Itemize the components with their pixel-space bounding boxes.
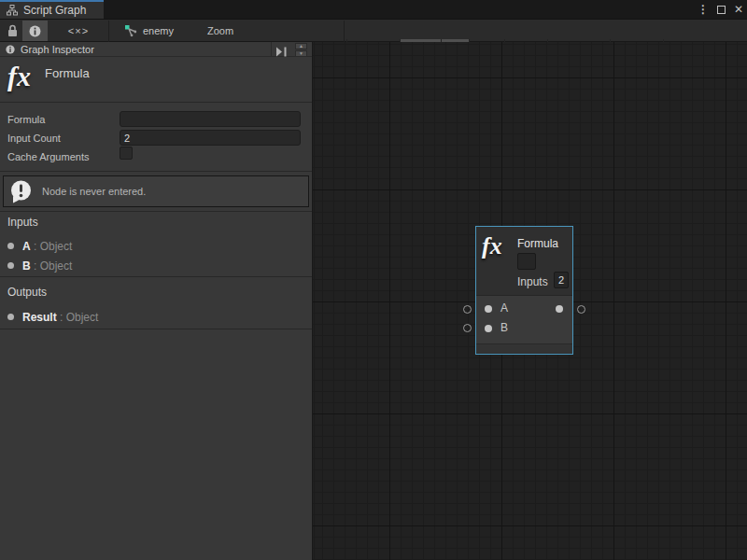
scroll-up-button[interactable]: ▲ bbox=[295, 43, 307, 49]
script-graph-icon bbox=[7, 5, 18, 16]
port-type: : Object bbox=[31, 259, 73, 273]
toolbar-separator bbox=[344, 21, 345, 42]
warning-icon bbox=[10, 180, 32, 203]
graph-name-label: enemy bbox=[143, 25, 174, 36]
graph-reference[interactable]: enemy bbox=[125, 20, 174, 42]
tab-bar: Script Graph ⋮ ✕ bbox=[0, 0, 747, 19]
port-name: Result bbox=[22, 311, 57, 324]
dock-panel-button[interactable] bbox=[275, 44, 289, 55]
inspector-toggle-button[interactable] bbox=[22, 21, 48, 41]
section-divider bbox=[0, 329, 312, 329]
header-separator bbox=[271, 42, 272, 57]
formula-node[interactable]: fx Formula Inputs 2 A B bbox=[475, 226, 573, 355]
port-name: A bbox=[22, 240, 31, 253]
input-count-field-label: Input Count bbox=[7, 133, 61, 144]
lock-button[interactable] bbox=[2, 21, 22, 41]
port-bullet-icon bbox=[7, 314, 14, 320]
port-name: B bbox=[22, 259, 31, 273]
code-preview-button[interactable]: <×> bbox=[60, 21, 97, 41]
fx-icon: fx bbox=[482, 232, 502, 260]
cache-arguments-label: Cache Arguments bbox=[7, 151, 89, 162]
tab-script-graph[interactable]: Script Graph bbox=[0, 0, 104, 19]
lock-icon bbox=[7, 24, 18, 37]
window-maximize-icon[interactable] bbox=[717, 6, 726, 14]
tab-label: Script Graph bbox=[23, 4, 86, 17]
outputs-section-header: Outputs bbox=[7, 286, 47, 299]
warning-box: Node is never entered. bbox=[3, 175, 309, 207]
graph-inspector-header: Graph Inspector bbox=[0, 42, 312, 57]
external-socket-a[interactable] bbox=[463, 305, 472, 314]
fx-icon: fx bbox=[7, 61, 31, 92]
cache-arguments-checkbox[interactable] bbox=[120, 147, 133, 160]
unit-options: Formula Input Count Cache Arguments bbox=[0, 104, 312, 172]
graph-asset-icon bbox=[125, 25, 137, 37]
panel-scroll-buttons: ▲ ▼ bbox=[295, 43, 307, 57]
input-port-a-label: A bbox=[500, 301, 508, 315]
output-port-row: Result : Object bbox=[7, 308, 98, 325]
scroll-down-button[interactable]: ▼ bbox=[295, 50, 307, 57]
section-divider bbox=[0, 276, 312, 277]
node-inputs-count-input[interactable]: 2 bbox=[554, 272, 569, 288]
formula-node-header[interactable]: fx Formula Inputs 2 bbox=[476, 227, 572, 295]
graph-inspector-panel: Graph Inspector ▲ ▼ fx Formula Formula I… bbox=[0, 42, 313, 560]
input-count-input[interactable] bbox=[120, 130, 301, 146]
formula-field-label: Formula bbox=[7, 114, 45, 125]
input-port-b-dot[interactable] bbox=[485, 325, 492, 332]
toolbar-separator bbox=[108, 21, 109, 42]
info-icon bbox=[6, 45, 15, 54]
node-ports-section: A B bbox=[476, 295, 572, 343]
port-bullet-icon bbox=[7, 243, 14, 249]
port-type: : Object bbox=[31, 240, 73, 253]
window-menu-icon[interactable]: ⋮ bbox=[698, 4, 709, 15]
zoom-label: Zoom bbox=[207, 20, 233, 42]
node-inputs-label: Inputs bbox=[517, 275, 548, 288]
warning-text: Node is never entered. bbox=[42, 186, 146, 197]
dock-icon bbox=[275, 47, 288, 57]
node-title: Formula bbox=[517, 237, 558, 250]
formula-input[interactable] bbox=[120, 111, 301, 127]
external-socket-result[interactable] bbox=[577, 305, 585, 314]
window-controls: ⋮ ✕ bbox=[698, 0, 743, 19]
unit-title: Formula bbox=[45, 66, 90, 80]
external-socket-b[interactable] bbox=[463, 324, 472, 332]
visual-scripting-window: Script Graph ⋮ ✕ <×> bbox=[0, 0, 747, 560]
section-divider bbox=[0, 211, 312, 212]
inputs-section-header: Inputs bbox=[7, 216, 38, 229]
graph-inspector-title: Graph Inspector bbox=[21, 44, 94, 55]
input-port-a-dot[interactable] bbox=[485, 305, 492, 313]
info-icon bbox=[29, 25, 41, 37]
window-close-icon[interactable]: ✕ bbox=[734, 4, 743, 15]
node-footer bbox=[476, 343, 572, 353]
input-port-b-label: B bbox=[500, 321, 508, 334]
input-port-row: A : Object bbox=[7, 237, 72, 254]
graph-toolbar: <×> enemy Zoom 1x Relations Values Dim C… bbox=[0, 19, 747, 42]
output-port-result-dot[interactable] bbox=[556, 305, 563, 313]
node-formula-input[interactable] bbox=[517, 253, 536, 270]
unit-header: fx Formula bbox=[0, 58, 312, 103]
port-type: : Object bbox=[57, 311, 99, 324]
input-port-row: B : Object bbox=[7, 257, 72, 273]
port-bullet-icon bbox=[7, 262, 14, 269]
